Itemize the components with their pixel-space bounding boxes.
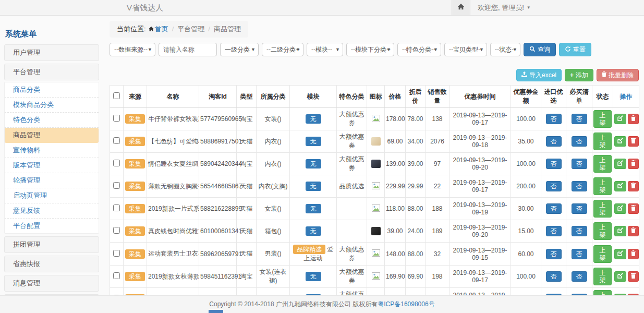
edit-button[interactable] (614, 249, 626, 259)
sidebar-item[interactable]: 平台管理 (4, 64, 99, 80)
import-select-toggle[interactable]: 否 (546, 203, 562, 214)
row-checkbox[interactable] (113, 115, 120, 122)
must-buy-toggle[interactable]: 否 (572, 203, 587, 214)
sidebar-subitem[interactable]: 模块商品分类 (5, 98, 99, 113)
sidebar-subitem[interactable]: 商品管理 (5, 128, 99, 143)
name-search-input[interactable] (159, 43, 217, 56)
module-badge: 无 (306, 272, 321, 281)
filter-select-label: --模块下分类-- (351, 45, 391, 54)
sidebar-subitem-label: 版本管理 (13, 161, 40, 169)
import-select-toggle[interactable]: 否 (546, 226, 562, 236)
add-button[interactable]: + 添加 (565, 69, 593, 81)
status-button[interactable]: 上架 (593, 245, 612, 263)
edit-button[interactable] (614, 136, 626, 147)
icp-link[interactable]: 粤ICP备16098006号 (378, 300, 434, 308)
edit-button[interactable] (614, 203, 626, 214)
status-button[interactable]: 上架 (593, 200, 612, 218)
filter-select[interactable]: --特色分类--▼ (397, 43, 441, 56)
filter-select[interactable]: --宝贝类型--▼ (444, 43, 487, 56)
import-excel-button[interactable]: 导入excel (516, 69, 562, 81)
filter-select[interactable]: --模块--▼ (307, 43, 343, 56)
status-button[interactable]: 上架 (593, 268, 612, 285)
sidebar-item[interactable]: 拼团管理 (4, 236, 99, 253)
status-button[interactable]: 上架 (593, 177, 612, 195)
edit-button[interactable] (614, 114, 626, 124)
row-checkbox[interactable] (113, 182, 120, 189)
delete-button[interactable] (628, 114, 639, 124)
sidebar-subitem[interactable]: 版本管理 (5, 158, 99, 173)
delete-button[interactable] (628, 136, 639, 147)
must-buy-toggle[interactable]: 否 (572, 114, 587, 124)
delete-button[interactable] (628, 271, 639, 282)
filter-select[interactable]: --模块下分类--▼ (346, 43, 394, 56)
must-buy-toggle[interactable]: 否 (572, 249, 587, 259)
sidebar-subitem[interactable]: 轮播管理 (5, 173, 99, 188)
delete-button[interactable] (628, 181, 639, 191)
table-row: 采集 情侣睡衣女夏丝绸男士... 589042420344 淘宝 内衣() 无 … (110, 153, 639, 175)
icon-cell (367, 243, 385, 266)
sidebar-subitem-label: 商品分类 (13, 86, 40, 93)
chevron-down-icon: ▼ (296, 47, 300, 52)
home-icon (457, 3, 465, 12)
reset-button[interactable]: 重置 (559, 43, 591, 56)
coupon-amount: 30.00 (511, 198, 541, 220)
filter-select[interactable]: --二级分类--▼ (262, 43, 303, 56)
filter-select[interactable]: --状态--▼ (490, 43, 520, 56)
module-cell: 无 (290, 198, 337, 220)
must-buy-toggle[interactable]: 否 (572, 271, 587, 282)
import-select-toggle[interactable]: 否 (546, 249, 562, 259)
status-button[interactable]: 上架 (593, 110, 612, 128)
filter-select[interactable]: 一级分类▼ (220, 43, 259, 56)
breadcrumb-separator: / (172, 25, 174, 33)
user-menu[interactable]: 欢迎您, 管理员! ▼ (478, 3, 531, 13)
delete-button[interactable] (628, 159, 639, 169)
sidebar-item[interactable]: 省惠快报 (4, 256, 99, 272)
row-checkbox[interactable] (113, 137, 120, 144)
row-checkbox[interactable] (113, 160, 120, 166)
sidebar-subitem[interactable]: 宣传物料 (5, 143, 99, 158)
sidebar-item[interactable]: 用户管理 (4, 44, 99, 61)
row-checkbox[interactable] (113, 227, 120, 234)
delete-button[interactable] (628, 226, 639, 236)
filter-select[interactable]: --数据来源--▼ (110, 43, 155, 56)
edit-button[interactable] (614, 226, 626, 236)
select-all-checkbox[interactable] (113, 92, 120, 99)
status-button[interactable]: 上架 (593, 133, 612, 150)
edit-button[interactable] (614, 181, 626, 191)
taoke-id: 589042420344 (199, 153, 237, 175)
batch-delete-button[interactable]: 批量删除 (597, 69, 639, 81)
table-header-row: 来源名称淘客Id类型所属分类模块特色分类图标价格折后价销售数量优惠券时间优惠券金… (110, 86, 639, 108)
sidebar-subitem[interactable]: 特色分类 (5, 113, 99, 128)
row-checkbox[interactable] (113, 250, 120, 257)
sidebar-item-label: 省惠快报 (13, 260, 40, 268)
delete-button[interactable] (628, 249, 639, 259)
import-select-toggle[interactable]: 否 (546, 271, 562, 282)
must-buy-toggle[interactable]: 否 (572, 159, 587, 169)
status-button[interactable]: 上架 (593, 155, 612, 173)
delete-button[interactable] (628, 203, 639, 214)
import-select-toggle[interactable]: 否 (546, 181, 562, 191)
row-checkbox[interactable] (113, 204, 120, 211)
breadcrumb-home-link[interactable]: 首页 (155, 25, 168, 33)
edit-button[interactable] (614, 159, 626, 169)
status-button[interactable]: 上架 (593, 222, 612, 240)
sidebar-subitem[interactable]: 平台配置 (5, 219, 99, 233)
search-button[interactable]: 查询 (524, 43, 556, 56)
import-select-toggle[interactable]: 否 (546, 114, 562, 124)
sidebar-subitem[interactable]: 意见反馈 (5, 203, 99, 219)
sidebar-subitem[interactable]: 启动页管理 (5, 188, 99, 203)
home-button[interactable] (452, 0, 470, 15)
must-buy-toggle[interactable]: 否 (572, 226, 587, 236)
sidebar-item[interactable]: 消息管理 (4, 275, 99, 292)
trash-icon (602, 71, 606, 79)
import-select-toggle[interactable]: 否 (546, 136, 562, 147)
sidebar-subitem[interactable]: 商品分类 (5, 82, 99, 98)
coupon-time: 2019-09-13—2019-09-20 (449, 220, 511, 243)
import-select-toggle[interactable]: 否 (546, 159, 562, 169)
edit-button[interactable] (614, 271, 626, 282)
must-buy-toggle[interactable]: 否 (572, 136, 587, 147)
row-checkbox[interactable] (113, 272, 120, 279)
edit-icon (617, 227, 623, 235)
icon-cell (367, 153, 385, 175)
must-buy-toggle[interactable]: 否 (572, 181, 587, 191)
